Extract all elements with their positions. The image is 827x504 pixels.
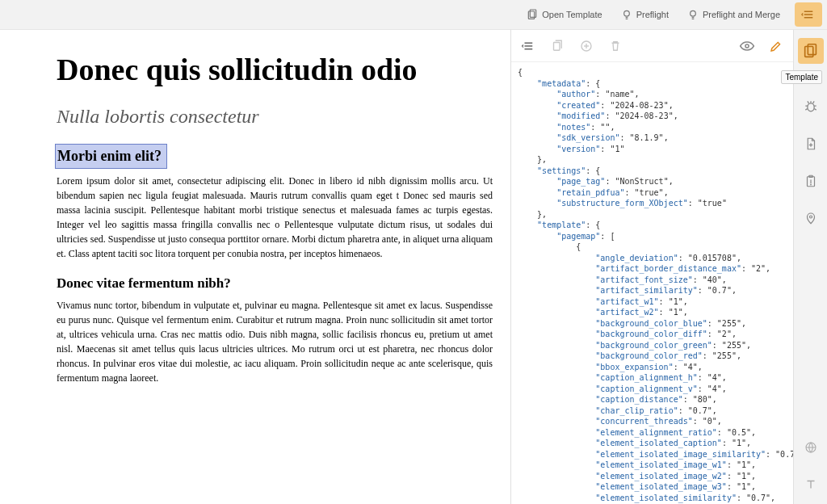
text-tab[interactable] xyxy=(798,472,824,498)
svg-point-2 xyxy=(623,10,629,16)
preflight-merge-button[interactable]: Preflight and Merge xyxy=(680,5,787,24)
add-icon[interactable] xyxy=(577,37,595,55)
list-icon[interactable] xyxy=(519,37,537,55)
open-template-button[interactable]: Open Template xyxy=(519,5,608,24)
edit-icon[interactable] xyxy=(767,37,785,55)
svg-point-17 xyxy=(807,103,813,111)
clipboard-tab[interactable] xyxy=(798,168,824,194)
preflight-merge-label: Preflight and Merge xyxy=(703,10,780,19)
svg-point-23 xyxy=(810,184,811,185)
menu-toggle-button[interactable] xyxy=(795,2,822,27)
svg-point-24 xyxy=(809,216,812,218)
preflight-button[interactable]: Preflight xyxy=(614,5,675,24)
document-view: Donec quis sollicitudin odio Nulla lobor… xyxy=(0,30,510,504)
section1-body: Lorem ipsum dolor sit amet, consectetur … xyxy=(57,174,493,261)
right-sidebar: Template xyxy=(793,30,827,504)
add-file-tab[interactable] xyxy=(798,131,824,157)
section1-heading[interactable]: Morbi enim elit? xyxy=(55,144,167,169)
doc-subtitle: Nulla lobortis consectetur xyxy=(57,106,510,128)
svg-rect-10 xyxy=(554,42,560,50)
globe-tab[interactable] xyxy=(798,435,824,460)
bulb-icon xyxy=(686,8,699,21)
bug-tab[interactable] xyxy=(798,94,824,120)
svg-point-14 xyxy=(745,44,749,47)
open-template-icon xyxy=(526,8,539,21)
config-json-view[interactable]: { "metadata": { "author": "name", "creat… xyxy=(511,62,793,504)
svg-point-3 xyxy=(691,10,696,16)
trash-icon[interactable] xyxy=(607,37,624,55)
open-template-label: Open Template xyxy=(542,10,602,19)
config-panel: { "metadata": { "author": "name", "creat… xyxy=(510,30,793,504)
preflight-label: Preflight xyxy=(636,10,669,19)
svg-rect-1 xyxy=(531,10,536,17)
template-tooltip: Template xyxy=(781,70,822,84)
section2-heading: Donec vitae fermentum nibh? xyxy=(57,275,510,292)
section2-body: Vivamus nunc tortor, bibendum in vulputa… xyxy=(57,298,493,385)
doc-title: Donec quis sollicitudin odio xyxy=(57,54,510,86)
pin-tab[interactable] xyxy=(798,205,824,231)
bulb-icon xyxy=(620,8,633,21)
copy-icon[interactable] xyxy=(548,37,566,55)
svg-rect-16 xyxy=(808,44,816,55)
template-tab[interactable] xyxy=(798,38,824,64)
eye-icon[interactable] xyxy=(738,37,756,55)
